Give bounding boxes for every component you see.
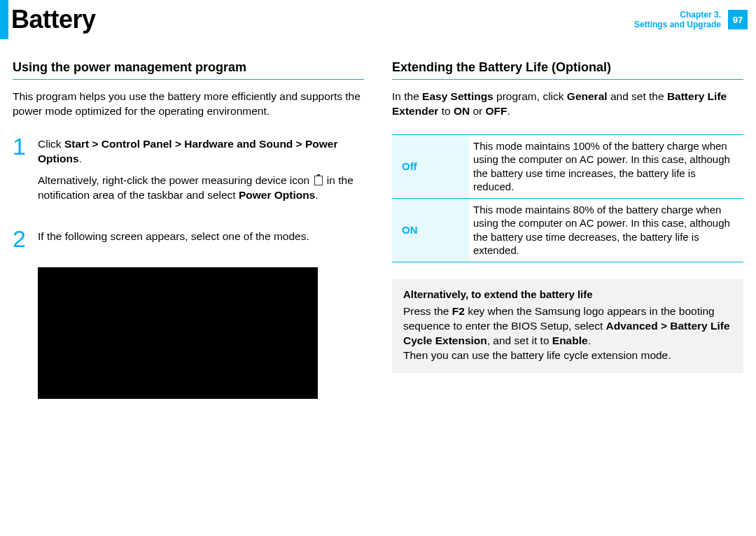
off-label: Off [392, 135, 469, 198]
note-line-2: Then you can use the battery life cycle … [403, 348, 732, 363]
bold-text: Start > Control Panel > Hardware and Sou… [38, 138, 338, 164]
step-1-line-a: Click Start > Control Panel > Hardware a… [38, 137, 364, 167]
step-2: 2 If the following screen appears, selec… [13, 227, 364, 251]
page-header: Battery Chapter 3. Settings and Upgrade … [11, 0, 756, 39]
bold-text: General [567, 90, 608, 102]
step-2-number: 2 [13, 227, 31, 251]
step-2-body: If the following screen appears, select … [38, 227, 309, 251]
text: . [315, 189, 318, 201]
step-1: 1 Click Start > Control Panel > Hardware… [13, 134, 364, 210]
chapter-line2: Settings and Upgrade [634, 20, 721, 29]
text: Press the [403, 305, 452, 317]
right-intro: In the Easy Settings program, click Gene… [392, 90, 743, 119]
bold-text: Enable [552, 334, 588, 346]
chapter-info: Chapter 3. Settings and Upgrade 97 [634, 10, 748, 30]
on-description: This mode maintains 80% of the battery c… [469, 199, 743, 262]
right-heading: Extending the Battery Life (Optional) [392, 60, 743, 80]
step-1-line-b: Alternatively, right-click the power mea… [38, 174, 364, 203]
left-column: Using the power management program This … [13, 60, 364, 528]
right-column: Extending the Battery Life (Optional) In… [392, 60, 743, 528]
note-line-1: Press the F2 key when the Samsung logo a… [403, 304, 732, 348]
chapter-text: Chapter 3. Settings and Upgrade [634, 10, 721, 30]
text: or [470, 105, 485, 117]
text: In the [392, 90, 422, 102]
text: and set the [608, 90, 667, 102]
chapter-line1: Chapter 3. [634, 10, 721, 20]
note-title: Alternatively, to extend the battery lif… [403, 288, 732, 302]
text: Click [38, 138, 64, 150]
on-label: ON [392, 199, 469, 262]
left-intro: This program helps you use the battery m… [13, 90, 364, 119]
embedded-screenshot [38, 267, 318, 399]
table-row-on: ON This mode maintains 80% of the batter… [392, 199, 743, 262]
step-1-number: 1 [13, 134, 31, 210]
text: . [588, 334, 591, 346]
accent-tab [0, 0, 8, 39]
page-title: Battery [11, 5, 96, 34]
text: . [79, 153, 82, 164]
bold-text: Easy Settings [422, 90, 493, 102]
page-number-badge: 97 [728, 10, 748, 29]
bold-text: ON [454, 105, 470, 117]
step-2-text: If the following screen appears, select … [38, 230, 309, 244]
bold-text: F2 [452, 305, 465, 317]
text: . [507, 105, 510, 117]
left-heading: Using the power management program [13, 60, 364, 80]
text: to [438, 105, 454, 117]
mode-table: Off This mode maintains 100% of the batt… [392, 134, 743, 262]
battery-icon [314, 176, 323, 185]
text: program, click [493, 90, 567, 102]
table-row-off: Off This mode maintains 100% of the batt… [392, 135, 743, 199]
text: Alternatively, right-click the power mea… [38, 174, 313, 186]
text: , and set it to [487, 334, 552, 346]
off-description: This mode maintains 100% of the battery … [469, 135, 743, 198]
bold-text: Power Options [239, 189, 315, 201]
content-columns: Using the power management program This … [13, 60, 743, 528]
step-1-body: Click Start > Control Panel > Hardware a… [38, 134, 364, 210]
bold-text: OFF [486, 105, 507, 117]
note-box: Alternatively, to extend the battery lif… [392, 279, 743, 373]
